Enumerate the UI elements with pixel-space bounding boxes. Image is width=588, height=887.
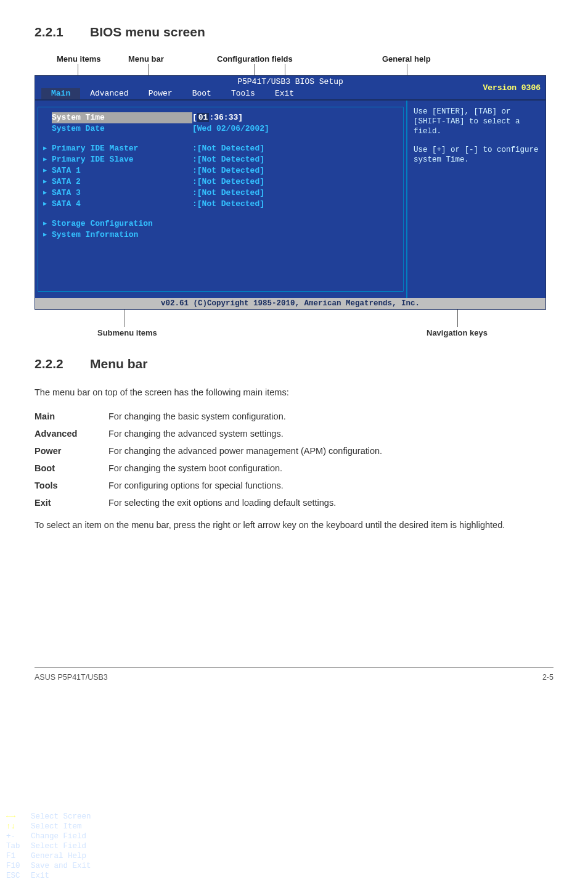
intro-para: The menu bar on top of the screen has th…: [35, 386, 553, 399]
row-system-date[interactable]: System Date [Wed 02/06/2002]: [43, 123, 398, 134]
submenu-arrow-icon: ▶: [43, 165, 52, 176]
table-row: ExitFor selecting the exit options and l…: [35, 494, 382, 511]
help-text-2: Use [+] or [-] to configure system Time.: [414, 145, 539, 165]
row-primary-ide-slave[interactable]: ▶ Primary IDE Slave :[Not Detected]: [43, 154, 398, 165]
submenu-arrow-icon: ▶: [43, 229, 52, 241]
row-sata-3[interactable]: ▶ SATA 3 :[Not Detected]: [43, 188, 398, 199]
help-text-1: Use [ENTER], [TAB] or [SHIFT-TAB] to sel…: [414, 107, 539, 136]
submenu-arrow-icon: ▶: [43, 218, 52, 229]
row-sata-2[interactable]: ▶ SATA 2 :[Not Detected]: [43, 176, 398, 188]
label-system-time: System Time: [52, 112, 192, 123]
tab-tools[interactable]: Tools: [221, 88, 265, 99]
submenu-arrow-icon: ▶: [43, 199, 52, 210]
annot-nav-keys: Navigation keys: [427, 328, 488, 337]
submenu-arrow-icon: ▶: [43, 188, 52, 199]
section-title: BIOS menu screen: [90, 25, 205, 39]
closing-para: To select an item on the menu bar, press…: [35, 519, 553, 532]
annot-general-help: General help: [382, 54, 431, 64]
section-heading-menu-bar: 2.2.2Menu bar: [35, 357, 553, 371]
bios-help-pane: Use [ENTER], [TAB] or [SHIFT-TAB] to sel…: [406, 101, 545, 298]
row-storage-config[interactable]: ▶ Storage Configuration: [43, 218, 398, 229]
top-annotations: Menu items Menu bar Configuration fields…: [35, 54, 553, 75]
submenu-arrow-icon: ▶: [43, 154, 52, 165]
bios-menubar[interactable]: Main Advanced Power Boot Tools Exit: [35, 88, 545, 99]
row-system-info[interactable]: ▶ System Information: [43, 229, 398, 241]
bios-footer: v02.61 (C)Copyright 1985-2010, American …: [35, 298, 545, 309]
section-num: 2.2.2: [35, 357, 90, 371]
annot-menu-bar: Menu bar: [128, 54, 164, 64]
submenu-arrow-icon: ▶: [43, 176, 52, 188]
tab-main[interactable]: Main: [41, 88, 80, 99]
footer-right: 2-5: [542, 673, 553, 682]
menu-descriptions-table: MainFor changing the basic system config…: [35, 408, 382, 511]
annot-menu-items: Menu items: [57, 54, 101, 64]
table-row: PowerFor changing the advanced power man…: [35, 442, 382, 460]
row-sata-4[interactable]: ▶ SATA 4 :[Not Detected]: [43, 199, 398, 210]
bottom-annotations: Submenu items Navigation keys: [35, 310, 553, 344]
section-title: Menu bar: [90, 357, 147, 371]
submenu-arrow-icon: ▶: [43, 143, 52, 154]
section-heading-bios-menu: 2.2.1BIOS menu screen: [35, 25, 553, 39]
row-primary-ide-master[interactable]: ▶ Primary IDE Master :[Not Detected]: [43, 143, 398, 154]
bios-screenshot: P5P41T/USB3 BIOS Setup Version 0306 Main…: [35, 75, 546, 310]
tab-power[interactable]: Power: [139, 88, 182, 99]
table-row: ToolsFor configuring options for special…: [35, 477, 382, 494]
bios-header: P5P41T/USB3 BIOS Setup Version 0306 Main…: [35, 76, 545, 99]
label-system-date: System Date: [52, 123, 192, 134]
table-row: MainFor changing the basic system config…: [35, 408, 382, 425]
value-system-time[interactable]: [01:36:33]: [192, 112, 243, 123]
bios-title: P5P41T/USB3 BIOS Setup: [35, 77, 545, 87]
section-num: 2.2.1: [35, 25, 90, 39]
page-footer: ASUS P5P41T/USB3 2-5: [35, 667, 553, 700]
value-system-date: [Wed 02/06/2002]: [192, 123, 269, 134]
bios-main-pane: System Time [01:36:33] System Date [Wed …: [38, 107, 404, 292]
tab-advanced[interactable]: Advanced: [80, 88, 138, 99]
tab-boot[interactable]: Boot: [182, 88, 221, 99]
tab-exit[interactable]: Exit: [265, 88, 304, 99]
annot-submenu-items: Submenu items: [97, 328, 157, 337]
row-system-time[interactable]: System Time [01:36:33]: [43, 112, 398, 123]
footer-left: ASUS P5P41T/USB3: [35, 673, 108, 682]
annot-config-fields: Configuration fields: [217, 54, 293, 64]
table-row: AdvancedFor changing the advanced system…: [35, 425, 382, 442]
row-sata-1[interactable]: ▶ SATA 1 :[Not Detected]: [43, 165, 398, 176]
table-row: BootFor changing the system boot configu…: [35, 460, 382, 477]
